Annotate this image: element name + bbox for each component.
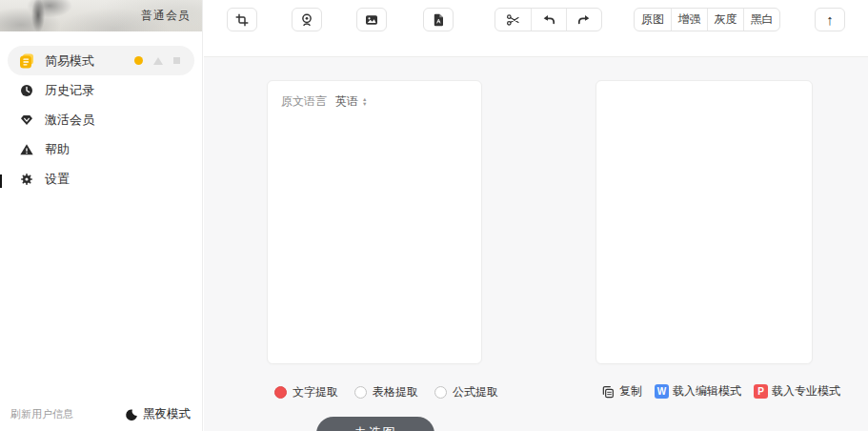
clock-icon	[18, 82, 34, 98]
radio-unselected-icon[interactable]	[354, 386, 367, 399]
sidebar-item-settings[interactable]: 设置	[8, 164, 194, 194]
radio-label: 表格提取	[373, 384, 418, 400]
language-row: 原文语言 英语 ▲ ▼	[281, 93, 468, 110]
up-arrow-icon: ↑	[826, 12, 834, 27]
load-pro-mode-button[interactable]: P 载入专业模式	[754, 383, 840, 400]
result-panel[interactable]	[595, 80, 813, 364]
edit-history-group	[495, 8, 602, 31]
open-image-button[interactable]	[356, 8, 387, 31]
source-language-value: 英语	[335, 93, 358, 110]
night-mode-toggle[interactable]: 黑夜模式	[125, 406, 191, 422]
sidebar-item-label: 历史记录	[45, 82, 94, 99]
webcam-icon	[299, 12, 314, 28]
undo-arrow-icon	[541, 12, 556, 28]
sidebar: 普通会员 简易模式 历史记录 激活会员	[0, 0, 203, 431]
screenshot-crop-button[interactable]	[227, 8, 257, 31]
sidebar-item-help[interactable]: 帮助	[8, 134, 194, 164]
mode-shape-indicators	[134, 56, 184, 65]
sidebar-item-activate-membership[interactable]: 激活会员	[8, 105, 194, 134]
sidebar-item-label: 设置	[45, 171, 70, 188]
copy-label: 复制	[619, 383, 642, 400]
warning-triangle-icon	[18, 141, 34, 157]
radio-table-extract[interactable]: 表格提取	[354, 384, 418, 400]
image-icon	[364, 12, 379, 28]
content-area: 原文语言 英语 ▲ ▼ 文字提取 表格提取	[204, 57, 868, 431]
vip-gem-icon	[18, 112, 34, 128]
square-indicator-icon[interactable]	[173, 57, 180, 64]
sidebar-item-simple-mode[interactable]: 简易模式	[8, 46, 194, 75]
night-mode-label: 黑夜模式	[143, 406, 191, 422]
pro-mode-label: 载入专业模式	[772, 383, 840, 400]
pdf-file-icon	[431, 12, 446, 28]
filter-original-button[interactable]: 原图	[635, 9, 671, 31]
sidebar-header-artwork: 普通会员	[0, 0, 202, 31]
top-toolbar: 原图 增强 灰度 黑白 ↑	[204, 0, 868, 57]
redo-button[interactable]	[566, 9, 601, 31]
edit-mode-label: 载入编辑模式	[673, 383, 741, 400]
filter-grayscale-button[interactable]: 灰度	[707, 9, 743, 31]
stray-edge-mark	[0, 174, 2, 188]
member-level-badge: 普通会员	[141, 8, 191, 24]
main-area: 原图 增强 灰度 黑白 ↑ 原文语言 英语 ▲ ▼	[204, 0, 868, 431]
radio-formula-extract[interactable]: 公式提取	[434, 384, 498, 400]
go-select-image-button[interactable]: 去选图	[316, 417, 434, 431]
cut-button[interactable]	[495, 9, 531, 31]
redo-arrow-icon	[576, 12, 592, 28]
camera-capture-button[interactable]	[292, 8, 322, 31]
copy-button[interactable]: 复制	[600, 383, 642, 400]
refresh-user-info-link[interactable]: 刷新用户信息	[10, 407, 73, 421]
sidebar-item-label: 帮助	[45, 141, 70, 158]
simple-mode-icon	[18, 52, 34, 69]
source-language-select[interactable]: 英语 ▲ ▼	[335, 93, 367, 110]
result-actions: 复制 W 载入编辑模式 P 载入专业模式	[600, 383, 840, 400]
undo-button[interactable]	[531, 9, 566, 31]
copy-icon	[600, 384, 616, 400]
upload-button[interactable]: ↑	[815, 8, 845, 31]
filter-enhance-button[interactable]: 增强	[671, 9, 707, 31]
scissors-icon	[506, 12, 521, 28]
gear-icon	[18, 171, 34, 187]
load-edit-mode-button[interactable]: W 载入编辑模式	[655, 383, 741, 400]
pdf-badge-icon: P	[754, 384, 768, 399]
radio-selected-icon[interactable]	[274, 386, 287, 399]
triangle-indicator-icon[interactable]	[153, 57, 163, 65]
filter-blackwhite-button[interactable]: 黑白	[743, 9, 779, 31]
extract-mode-radios: 文字提取 表格提取 公式提取	[274, 384, 498, 400]
crop-icon	[234, 12, 250, 28]
open-pdf-button[interactable]	[423, 8, 454, 31]
radio-label: 文字提取	[293, 384, 338, 400]
dropdown-arrows-icon: ▲ ▼	[362, 97, 367, 106]
source-text-panel[interactable]: 原文语言 英语 ▲ ▼	[267, 80, 482, 364]
sidebar-menu: 简易模式 历史记录 激活会员 帮助	[0, 31, 202, 194]
sidebar-item-label: 激活会员	[45, 112, 94, 129]
radio-unselected-icon[interactable]	[434, 386, 447, 399]
moon-icon	[125, 408, 138, 421]
word-badge-icon: W	[655, 384, 669, 399]
radio-text-extract[interactable]: 文字提取	[274, 384, 338, 400]
circle-indicator-icon[interactable]	[134, 56, 143, 65]
radio-label: 公式提取	[453, 384, 498, 400]
image-filter-group: 原图 增强 灰度 黑白	[634, 8, 780, 31]
source-language-label: 原文语言	[281, 93, 327, 110]
sidebar-item-history[interactable]: 历史记录	[8, 75, 194, 105]
sidebar-item-label: 简易模式	[45, 52, 94, 70]
sidebar-footer: 刷新用户信息 黑夜模式	[0, 406, 202, 422]
